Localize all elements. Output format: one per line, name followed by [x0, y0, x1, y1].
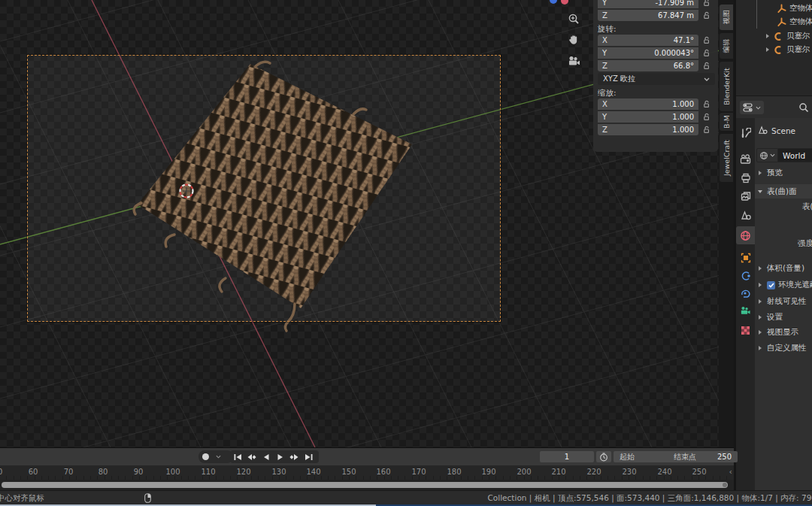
expand-arrow-icon[interactable]	[766, 47, 769, 52]
next-keyframe-button[interactable]	[287, 450, 301, 463]
play-reverse-button[interactable]	[259, 450, 273, 463]
tab-blenderkit[interactable]: BlenderKit	[720, 62, 733, 111]
rotation-y-row[interactable]: Y0.000043°	[598, 47, 715, 59]
section-viewport-display[interactable]: 视图显示	[755, 327, 812, 338]
timeline-scrollbar[interactable]	[2, 482, 728, 488]
rotation-y-value[interactable]: 0.000043°	[654, 47, 694, 59]
camera-view-icon[interactable]	[565, 53, 582, 69]
tab-object-data-camera[interactable]	[736, 301, 755, 320]
tab-view[interactable]: 视图	[720, 5, 733, 30]
scale-x-value[interactable]: 1.000	[672, 98, 694, 110]
axis-label: Z	[602, 124, 607, 135]
record-button[interactable]	[198, 450, 213, 463]
tab-edit[interactable]: 编辑	[720, 33, 733, 59]
collapse-arrow-icon	[758, 190, 762, 193]
tab-view-layer[interactable]	[736, 187, 755, 205]
scale-z-value[interactable]: 1.000	[672, 124, 694, 135]
camera-frame-border[interactable]	[27, 55, 501, 322]
rotation-mode-dropdown[interactable]: XYZ 欧拉	[598, 73, 715, 85]
world-browse-button[interactable]	[756, 148, 778, 162]
zoom-icon[interactable]	[565, 11, 582, 27]
section-custom-properties[interactable]: 自定义属性	[755, 343, 812, 353]
scene-icon	[758, 126, 768, 135]
expand-arrow-icon	[759, 330, 762, 335]
location-z-value[interactable]: 67.847 m	[658, 10, 694, 21]
section-ambient-occlusion[interactable]: 环境光遮蔽	[755, 280, 812, 290]
pan-hand-icon[interactable]	[565, 32, 582, 48]
search-icon[interactable]	[798, 102, 809, 113]
outliner: 空物体 空物体 贝塞尔 贝塞尔	[736, 0, 812, 95]
world-name-field[interactable]: World	[778, 148, 812, 162]
end-value: 250	[717, 453, 732, 461]
breadcrumb-scene[interactable]: Scene	[771, 126, 795, 135]
section-settings[interactable]: 设置	[755, 312, 812, 323]
tab-texture[interactable]	[736, 321, 755, 339]
jump-to-start-button[interactable]	[230, 450, 244, 463]
expand-arrow-icon[interactable]	[766, 34, 769, 38]
editor-type-dropdown[interactable]	[740, 101, 764, 114]
tab-jewelcraft[interactable]: JewelCraft	[720, 134, 733, 182]
scale-z-row[interactable]: Z1.000	[598, 124, 715, 135]
record-options-dropdown[interactable]	[213, 450, 224, 463]
auto-keying-group	[198, 450, 233, 463]
location-z-row[interactable]: Z67.847 m	[598, 10, 715, 21]
frame-end-field[interactable]: 结束点250	[668, 451, 738, 462]
ao-checkbox[interactable]	[767, 281, 775, 289]
tab-physics[interactable]	[736, 267, 755, 285]
section-ray-visibility[interactable]: 射线可见性	[755, 296, 812, 307]
empty-axes-icon	[777, 17, 786, 27]
chevron-down-icon	[216, 455, 221, 459]
lock-icon[interactable]	[698, 126, 715, 134]
lock-icon[interactable]	[698, 62, 715, 70]
tab-scene[interactable]	[736, 207, 755, 225]
outliner-item-label: 空物体	[789, 3, 812, 14]
section-volume[interactable]: 体积(音量)	[755, 263, 812, 274]
location-y-row[interactable]: Y-17.909 m	[598, 0, 715, 8]
clock-icon[interactable]	[596, 451, 611, 462]
scale-x-row[interactable]: X1.000	[598, 98, 715, 110]
timeline-ruler[interactable]: 50 60 70 80 90 100 110 120 130 140 150 1…	[0, 465, 734, 480]
section-label: 射线可见性	[767, 296, 807, 307]
axis-label: Y	[602, 0, 607, 8]
breadcrumb[interactable]: Scene ›	[755, 126, 812, 135]
previous-keyframe-button[interactable]	[244, 450, 259, 463]
location-y-value[interactable]: -17.909 m	[655, 0, 694, 8]
section-preview[interactable]: 预览	[755, 168, 812, 178]
lock-icon[interactable]	[698, 113, 715, 121]
lock-icon[interactable]	[698, 0, 715, 7]
outliner-item-empty-2[interactable]: 空物体	[736, 15, 812, 29]
jump-to-end-button[interactable]	[301, 450, 316, 463]
tab-b-m[interactable]: B-M	[720, 113, 733, 131]
tab-output[interactable]	[736, 169, 755, 187]
scale-y-value[interactable]: 1.000	[672, 111, 694, 123]
tab-render[interactable]	[736, 150, 755, 168]
rotation-z-value[interactable]: 66.8°	[674, 60, 694, 71]
lock-icon[interactable]	[698, 49, 715, 57]
outliner-item-bezier-1[interactable]: 贝塞尔	[736, 29, 812, 43]
properties-editor-icon	[743, 103, 754, 112]
section-label: 预览	[767, 168, 783, 178]
expand-arrow-icon	[759, 171, 762, 175]
properties-content: Scene › World 预览 表(曲)面 表(曲) 颜 强度/力	[755, 118, 812, 490]
tab-constraints[interactable]	[736, 284, 755, 302]
play-button[interactable]	[273, 450, 287, 463]
rotation-x-value[interactable]: 47.1°	[674, 35, 694, 46]
3d-viewport[interactable]: Y-17.909 m Z67.847 m 旋转: X47.1° Y0.00004…	[0, 0, 734, 447]
lock-icon[interactable]	[698, 100, 715, 108]
tab-world[interactable]	[736, 226, 755, 244]
lock-icon[interactable]	[698, 11, 715, 20]
section-surface[interactable]: 表(曲)面	[755, 184, 812, 198]
scrollbar-zoom-handle[interactable]	[723, 483, 727, 487]
axis-label: Y	[602, 111, 607, 123]
scale-y-row[interactable]: Y1.000	[598, 111, 715, 123]
outliner-item-bezier-2[interactable]: 贝塞尔	[736, 43, 812, 56]
outliner-item-empty-1[interactable]: 空物体	[736, 2, 812, 15]
section-label: 表(曲)面	[767, 186, 797, 197]
tab-tool[interactable]	[736, 124, 755, 142]
lock-icon[interactable]	[698, 36, 715, 44]
rotation-x-row[interactable]: X47.1°	[598, 35, 715, 46]
tab-object[interactable]	[736, 249, 755, 267]
current-frame-field[interactable]: 1	[540, 451, 594, 462]
rotation-z-row[interactable]: Z66.8°	[598, 60, 715, 71]
rotation-label: 旋转:	[598, 23, 715, 35]
